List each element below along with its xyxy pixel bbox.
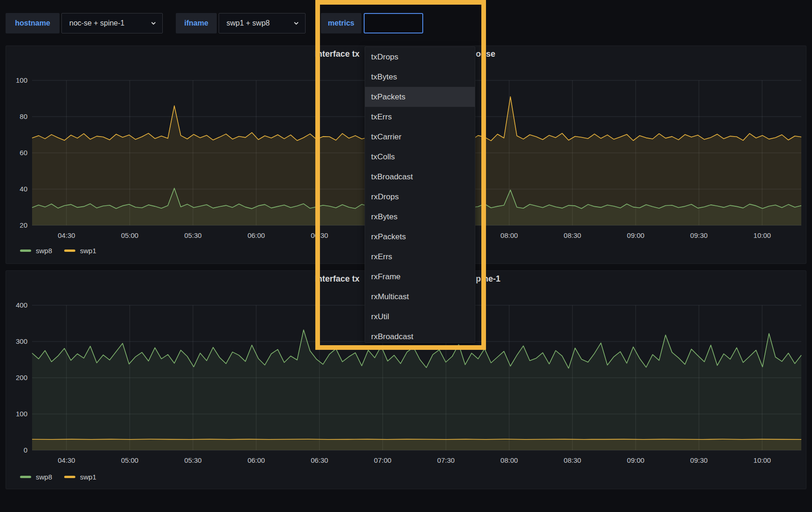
metrics-input[interactable]: [364, 13, 423, 33]
chevron-down-icon: [146, 20, 157, 26]
dropdown-item-txErrs[interactable]: txErrs: [365, 107, 475, 127]
svg-text:08:30: 08:30: [564, 231, 581, 239]
svg-text:09:30: 09:30: [690, 231, 708, 239]
variable-label-ifname: ifname: [176, 13, 217, 33]
variable-select-ifname[interactable]: swp1 + swp8: [219, 13, 306, 33]
dropdown-item-rxFrame[interactable]: rxFrame: [365, 267, 475, 287]
dropdown-item-rxMulticast[interactable]: rxMulticast: [365, 287, 475, 307]
svg-text:04:30: 04:30: [58, 231, 75, 239]
svg-text:60: 60: [20, 149, 27, 157]
ifname-value-text: swp1 + swp8: [226, 19, 270, 27]
dropdown-item-txCarrier[interactable]: txCarrier: [365, 127, 475, 147]
svg-text:400: 400: [16, 301, 27, 309]
legend-label: swp8: [36, 473, 52, 481]
svg-text:08:00: 08:00: [500, 231, 518, 239]
grafana-dashboard: hostname noc-se + spine-1 ifname swp1 + …: [0, 0, 812, 512]
svg-text:100: 100: [16, 76, 27, 84]
legend-item-swp8[interactable]: swp8: [20, 247, 52, 255]
svg-text:06:30: 06:30: [311, 456, 328, 464]
series-color-swatch: [20, 249, 31, 252]
svg-text:08:30: 08:30: [564, 456, 581, 464]
series-color-swatch: [64, 249, 75, 252]
legend-label: swp1: [80, 473, 96, 481]
svg-text:06:00: 06:00: [247, 231, 265, 239]
dropdown-item-txDrops[interactable]: txDrops: [365, 47, 475, 67]
variable-label-metrics: metrics: [321, 13, 361, 33]
hostname-value-text: noc-se + spine-1: [69, 19, 125, 27]
variable-label-hostname: hostname: [6, 13, 60, 33]
dropdown-item-txColls[interactable]: txColls: [365, 147, 475, 167]
dropdown-item-txBytes[interactable]: txBytes: [365, 67, 475, 87]
dropdown-item-rxBytes[interactable]: rxBytes: [365, 207, 475, 227]
dropdown-item-txPackets[interactable]: txPackets: [365, 87, 475, 107]
dropdown-item-rxUtil[interactable]: rxUtil: [365, 307, 475, 327]
svg-text:06:30: 06:30: [311, 231, 328, 239]
svg-text:20: 20: [20, 221, 27, 229]
svg-text:04:30: 04:30: [58, 456, 75, 464]
svg-text:10:00: 10:00: [753, 231, 771, 239]
series-color-swatch: [20, 476, 31, 478]
hostname-label-text: hostname: [15, 19, 50, 27]
svg-text:08:00: 08:00: [500, 456, 518, 464]
svg-text:0: 0: [24, 446, 27, 454]
svg-text:05:00: 05:00: [121, 456, 139, 464]
dropdown-item-rxDrops[interactable]: rxDrops: [365, 187, 475, 207]
dropdown-item-rxErrs[interactable]: rxErrs: [365, 247, 475, 267]
svg-text:80: 80: [20, 112, 27, 120]
svg-text:05:00: 05:00: [121, 231, 139, 239]
dropdown-item-rxBroadcast[interactable]: rxBroadcast: [365, 327, 475, 343]
svg-text:40: 40: [20, 185, 27, 193]
metrics-dropdown-menu: txDropstxBytestxPacketstxErrstxCarriertx…: [365, 46, 475, 343]
svg-text:10:00: 10:00: [753, 456, 771, 464]
svg-text:09:00: 09:00: [627, 456, 645, 464]
dropdown-item-txBroadcast[interactable]: txBroadcast: [365, 167, 475, 187]
legend-label: swp8: [36, 247, 52, 255]
svg-text:200: 200: [16, 374, 27, 381]
svg-text:09:30: 09:30: [690, 456, 708, 464]
dropdown-item-rxPackets[interactable]: rxPackets: [365, 227, 475, 247]
svg-text:05:30: 05:30: [184, 231, 202, 239]
svg-text:100: 100: [16, 410, 27, 418]
chevron-down-icon: [288, 20, 300, 26]
panel-title: oose: [476, 49, 495, 59]
metrics-label-text: metrics: [328, 19, 354, 27]
svg-text:09:00: 09:00: [627, 231, 645, 239]
chart-legend: swp8 swp1: [20, 472, 96, 481]
ifname-label-text: ifname: [184, 19, 208, 27]
svg-text:07:30: 07:30: [437, 456, 455, 464]
svg-text:06:00: 06:00: [247, 456, 265, 464]
panel-title: Interface tx: [315, 274, 359, 284]
series-color-swatch: [64, 476, 75, 478]
legend-label: swp1: [80, 247, 96, 255]
svg-text:05:30: 05:30: [184, 456, 202, 464]
svg-text:07:00: 07:00: [374, 456, 392, 464]
legend-item-swp1[interactable]: swp1: [64, 473, 96, 481]
legend-item-swp8[interactable]: swp8: [20, 473, 52, 481]
panel-title: pine-1: [476, 274, 500, 284]
chart-legend: swp8 swp1: [20, 246, 96, 255]
variable-select-hostname[interactable]: noc-se + spine-1: [61, 13, 163, 33]
legend-item-swp1[interactable]: swp1: [64, 247, 96, 255]
panel-title: Interface tx: [315, 49, 359, 59]
svg-text:300: 300: [16, 337, 27, 345]
